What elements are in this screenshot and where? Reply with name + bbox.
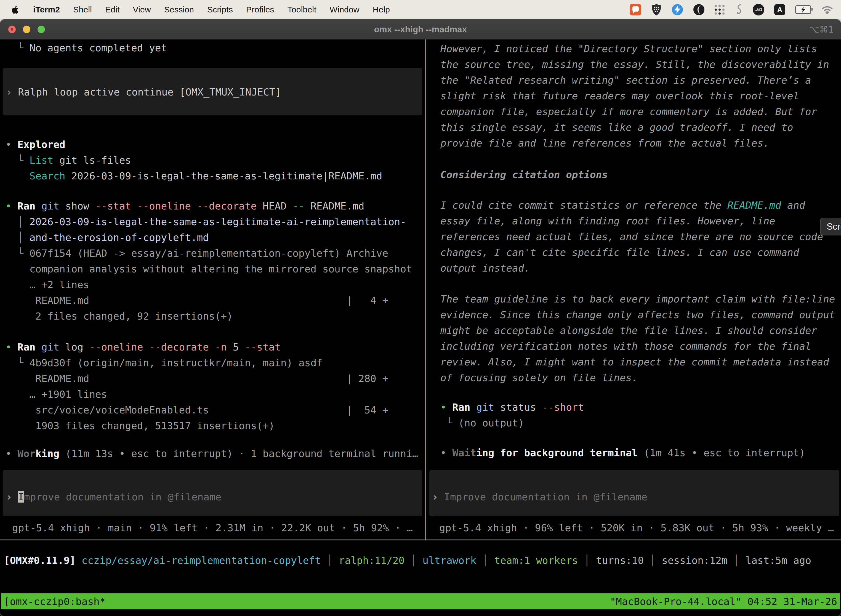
- terminal-line: review. Also, I might want to inspect th…: [440, 354, 829, 370]
- chat-app-icon[interactable]: [630, 4, 641, 15]
- terminal-line: └ List git ls-files: [6, 153, 131, 168]
- menu-item-window[interactable]: Window: [330, 5, 359, 14]
- terminal-line: references need actual files, and since …: [440, 229, 823, 245]
- menu-item-view[interactable]: View: [133, 5, 151, 14]
- terminal-line: slight risk that future readers may over…: [440, 88, 799, 104]
- shield-icon[interactable]: [651, 4, 662, 16]
- terminal-line: companion file, especially if more comme…: [440, 104, 817, 119]
- terminal-line: [OMX#0.11.9] cczip/essay/ai-reimplementa…: [4, 553, 811, 568]
- terminal-line: … +2 lines: [6, 277, 89, 293]
- terminal-line: this single essay, it seems like a good …: [440, 119, 793, 135]
- terminal-line: output instead.: [440, 260, 530, 276]
- tmux-host-clock: "MacBook-Pro-44.local" 04:52 31-Mar-26: [610, 596, 837, 607]
- terminal-line: 2 files changed, 92 insertions(+): [6, 308, 233, 324]
- menu-item-edit[interactable]: Edit: [105, 5, 120, 14]
- terminal-line: I could cite commit statistics or refere…: [440, 197, 805, 213]
- terminal-line: gpt-5.4 xhigh · main · 91% left · 2.31M …: [12, 520, 413, 536]
- menu-item-help[interactable]: Help: [373, 5, 390, 14]
- terminal-line: └ 4b9d30f (origin/main, instructkr/main,…: [6, 355, 322, 371]
- terminal-line: evidence. Since this change only affects…: [440, 307, 835, 323]
- terminal-line: │ 2026-03-09-is-legal-the-same-as-legiti…: [6, 214, 406, 230]
- terminal-line: the source tree, missing the essay. Stil…: [440, 57, 829, 72]
- terminal-line: gpt-5.4 xhigh · 96% left · 520K in · 5.8…: [439, 520, 834, 536]
- ralph-loop-message-box: [3, 68, 422, 115]
- apple-menu-icon[interactable]: [12, 4, 21, 15]
- tmux-status-bar: [omx-cczip0:bash* "MacBook-Pro-44.local"…: [1, 593, 840, 609]
- terminal-line: However, I noticed the "Directory Struct…: [440, 41, 817, 57]
- menu-item-profiles[interactable]: Profiles: [246, 5, 274, 14]
- terminal-line: └ No agents completed yet: [6, 40, 167, 56]
- left-terminal-pane: └ No agents completed yet› Ralph loop ac…: [0, 40, 841, 616]
- crescent-circle-icon[interactable]: [693, 4, 705, 15]
- terminal-line: • Ran git show --stat --oneline --decora…: [6, 198, 365, 214]
- terminal-line: companion analysis without altering the …: [6, 261, 412, 277]
- right-terminal-pane: However, I noticed the "Directory Struct…: [0, 40, 841, 616]
- terminal-line: provide file and line references from th…: [440, 135, 769, 151]
- terminal-line: • Ran git log --oneline --decorate -n 5 …: [6, 339, 281, 355]
- menu-bar-status-icons: ..61 A: [630, 3, 833, 16]
- menu-bar: iTerm2 Shell Edit View Session Scripts P…: [0, 0, 841, 19]
- terminal-line: Search 2026-03-09-is-legal-the-same-as-l…: [6, 168, 382, 184]
- menu-item-app[interactable]: iTerm2: [33, 5, 60, 14]
- window-title-bar[interactable]: omx --xhigh --madmax ⌥⌘1: [0, 19, 841, 40]
- terminal-line: • Ran git status --short: [440, 399, 584, 415]
- battery-icon[interactable]: [795, 5, 811, 14]
- terminal-line: src/voice/voiceModeEnabled.ts | 54 +: [6, 402, 388, 418]
- menu-item-session[interactable]: Session: [164, 5, 194, 14]
- window-title: omx --xhigh --madmax: [0, 19, 841, 40]
- menu-item-scripts[interactable]: Scripts: [207, 5, 233, 14]
- terminal-line: README.md | 280 +: [6, 371, 388, 386]
- tmux-session-label: [omx-cczip0:bash*: [4, 596, 105, 607]
- menu-item-shell[interactable]: Shell: [73, 5, 92, 14]
- terminal-line: 1903 files changed, 513517 insertions(+): [6, 418, 274, 434]
- screen-tooltip: Scre: [820, 218, 841, 235]
- terminal-line: └ 067f154 (HEAD -> essay/ai-reimplementa…: [6, 245, 388, 261]
- menu-item-toolbelt[interactable]: Toolbelt: [287, 5, 316, 14]
- letter-a-icon[interactable]: A: [774, 4, 785, 15]
- omx-status-line: [OMX#0.11.9] cczip/essay/ai-reimplementa…: [0, 40, 841, 616]
- terminal-line: essay file, along with finding root file…: [440, 213, 775, 229]
- terminal-line: │ and-the-erosion-of-copyleft.md: [6, 230, 209, 245]
- statusline-separator: [0, 540, 841, 540]
- terminal-content: └ No agents completed yet› Ralph loop ac…: [0, 40, 841, 616]
- left-pane-prompt-input[interactable]: [3, 470, 422, 516]
- terminal-line: Considering citation options: [440, 167, 608, 182]
- pane-divider[interactable]: [425, 40, 426, 540]
- squiggle-icon[interactable]: [734, 3, 743, 16]
- terminal-line: … +1901 lines: [6, 386, 107, 402]
- terminal-line: of focusing solely on file lines.: [440, 370, 638, 386]
- right-pane-prompt-input[interactable]: [429, 470, 840, 516]
- terminal-line: • Working (11m 13s • esc to interrupt) ·…: [6, 446, 418, 462]
- window-shortcut-badge: ⌥⌘1: [809, 19, 834, 40]
- terminal-line: README.md | 4 +: [6, 293, 388, 308]
- terminal-line: • Explored: [6, 136, 65, 153]
- terminal-line: └ (no output): [440, 415, 524, 431]
- terminal-line: The team guideline is to back every impo…: [440, 291, 835, 307]
- wifi-icon[interactable]: [821, 5, 833, 14]
- terminal-line: might be acceptable alongside the file l…: [440, 323, 817, 338]
- terminal-line: changes, I can't cite specific file line…: [440, 245, 799, 260]
- badge-61-icon[interactable]: ..61: [753, 4, 764, 15]
- terminal-line: including verification notes with those …: [440, 338, 811, 354]
- iterm2-window: omx --xhigh --madmax ⌥⌘1 └ No agents com…: [0, 19, 841, 616]
- terminal-line: the "Related research writing" section i…: [440, 72, 811, 88]
- bolt-circle-icon[interactable]: [672, 4, 683, 15]
- terminal-line: • Waiting for background terminal (1m 41…: [440, 445, 805, 461]
- dots-grid-icon[interactable]: [715, 5, 725, 15]
